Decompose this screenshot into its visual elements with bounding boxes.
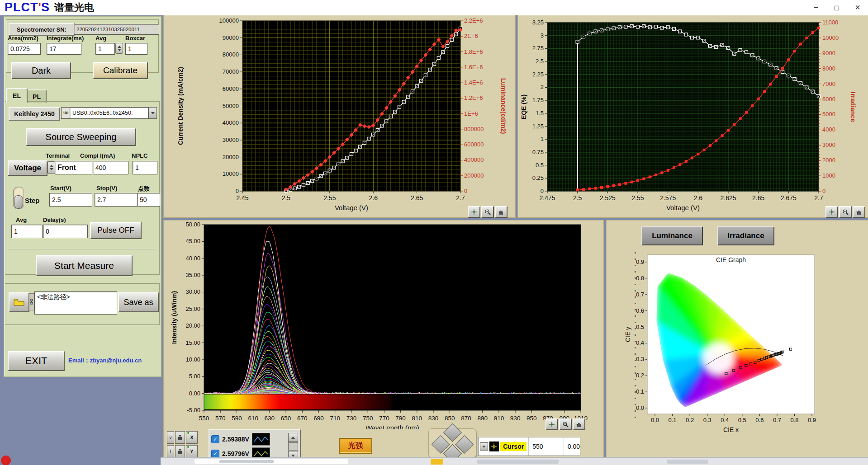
svg-text:2.675: 2.675 bbox=[781, 194, 797, 202]
svg-text:890: 890 bbox=[477, 415, 488, 422]
expand-plus-button[interactable]: + bbox=[480, 442, 488, 451]
cursor-name-cell[interactable]: Cursor bbox=[500, 442, 526, 451]
scroll-thumb[interactable] bbox=[288, 442, 298, 451]
background-window-fragment bbox=[667, 460, 708, 464]
svg-text:750: 750 bbox=[363, 415, 373, 422]
save-as-button[interactable]: Save as bbox=[118, 292, 159, 312]
cursor-y-value[interactable]: 0.00 bbox=[564, 443, 580, 450]
step-toggle-track[interactable] bbox=[13, 187, 24, 209]
pan-tool-button[interactable] bbox=[495, 206, 508, 218]
svg-text:550: 550 bbox=[199, 415, 209, 422]
legend-checkbox[interactable]: ✓ bbox=[211, 450, 219, 458]
zoom-tool-button[interactable] bbox=[559, 418, 572, 430]
stop-field[interactable]: 2.7 bbox=[95, 193, 138, 207]
scroll-up-button[interactable] bbox=[288, 433, 298, 442]
svg-text:4000: 4000 bbox=[822, 126, 835, 133]
svg-text:0.9: 0.9 bbox=[808, 417, 816, 423]
pan-tool-button[interactable] bbox=[573, 418, 585, 430]
svg-text:600000: 600000 bbox=[464, 141, 484, 148]
legend-scrollbar[interactable] bbox=[288, 433, 298, 460]
svg-text:CIE Graph: CIE Graph bbox=[716, 256, 746, 263]
svg-text:0.9: 0.9 bbox=[636, 258, 644, 265]
svg-text:1.6E+6: 1.6E+6 bbox=[464, 64, 483, 70]
tab-pl[interactable]: PL bbox=[27, 89, 47, 103]
svg-text:70000: 70000 bbox=[223, 68, 239, 75]
area-label: Area(mm2) bbox=[8, 35, 38, 42]
source-sweeping-button[interactable]: Source Sweeping bbox=[26, 128, 136, 146]
delay-label: Delay(s) bbox=[43, 216, 66, 223]
step-toggle-knob[interactable] bbox=[14, 195, 23, 209]
boxcar-spinner[interactable] bbox=[115, 43, 123, 54]
legend-checkbox[interactable]: ✓ bbox=[211, 435, 219, 443]
svg-text:0: 0 bbox=[541, 188, 544, 194]
terminal-spinner[interactable] bbox=[47, 161, 55, 174]
svg-text:CIE y: CIE y bbox=[624, 327, 631, 342]
avg-field[interactable]: 1 bbox=[95, 43, 115, 55]
points-field[interactable]: 50 bbox=[137, 193, 160, 207]
x-autoscale-button[interactable]: X bbox=[186, 431, 198, 444]
save-path-field[interactable]: <非法路径> bbox=[34, 291, 117, 315]
irradiance-button[interactable]: Irradiance bbox=[717, 226, 774, 245]
integrate-field[interactable]: 17 bbox=[47, 43, 81, 55]
tab-el[interactable]: EL bbox=[6, 88, 28, 103]
minimize-button[interactable]: – bbox=[806, 0, 826, 14]
visa-combo[interactable]: 1/0 USB0::0x05E6::0x2450: bbox=[61, 107, 157, 119]
v-scale-button[interactable]: v bbox=[167, 431, 174, 444]
intensity-button[interactable]: 光强 bbox=[339, 438, 372, 454]
area-field[interactable]: 0.0725 bbox=[8, 43, 41, 55]
cursor-x-value[interactable]: 550 bbox=[529, 443, 564, 450]
svg-text:0.0: 0.0 bbox=[651, 417, 659, 423]
y-lock-icon[interactable] bbox=[175, 445, 185, 458]
legend-plot-label[interactable]: 2.59796V bbox=[222, 450, 249, 457]
svg-text:0.0: 0.0 bbox=[636, 404, 644, 411]
crosshair-tool-button[interactable] bbox=[545, 418, 558, 430]
cie-graph: CIE Graph0.00.10.20.30.40.50.60.70.80.90… bbox=[607, 221, 868, 440]
svg-text:10000: 10000 bbox=[223, 170, 239, 177]
avg2-field[interactable]: 1 bbox=[11, 225, 43, 238]
start-measure-button[interactable]: Start Measure bbox=[36, 255, 133, 276]
legend-plot-label[interactable]: 2.59388V bbox=[222, 436, 249, 443]
svg-text:2.75: 2.75 bbox=[532, 45, 544, 52]
svg-text:2.7: 2.7 bbox=[456, 194, 465, 202]
nplc-field[interactable]: 1 bbox=[133, 161, 157, 174]
x-lock-icon[interactable] bbox=[175, 431, 185, 444]
step-label: Step bbox=[25, 197, 40, 204]
exit-button[interactable]: EXIT bbox=[8, 351, 65, 371]
pan-tool-button[interactable] bbox=[853, 206, 865, 218]
window-controls: – ▢ × bbox=[806, 0, 868, 14]
visa-address-value[interactable]: USB0::0x05E6::0x2450: bbox=[70, 107, 148, 119]
spectrometer-sn-value[interactable]: 2205202412310325020011 bbox=[74, 24, 159, 35]
calibrate-button[interactable]: Calibrate bbox=[93, 62, 148, 79]
start-field[interactable]: 2.5 bbox=[49, 193, 92, 207]
svg-text:2.475: 2.475 bbox=[539, 194, 555, 202]
svg-text:40000: 40000 bbox=[223, 119, 239, 126]
dark-button[interactable]: Dark bbox=[11, 62, 71, 79]
zoom-tool-button[interactable] bbox=[839, 206, 852, 218]
boxcar-field[interactable]: 1 bbox=[125, 43, 147, 55]
svg-text:0: 0 bbox=[464, 188, 467, 194]
i-scale-button[interactable]: I bbox=[167, 445, 174, 458]
svg-text:730: 730 bbox=[346, 415, 357, 422]
close-button[interactable]: × bbox=[847, 0, 868, 14]
zoom-tool-button[interactable] bbox=[481, 206, 494, 218]
maximize-button[interactable]: ▢ bbox=[826, 0, 847, 14]
svg-text:2.45: 2.45 bbox=[236, 194, 248, 202]
waveform-thumb-icon[interactable] bbox=[252, 433, 270, 446]
delay-field[interactable]: 0 bbox=[43, 225, 88, 238]
crosshair-tool-button[interactable] bbox=[468, 206, 480, 218]
pulse-off-button[interactable]: Pulse OFF bbox=[90, 222, 142, 239]
svg-text:10000: 10000 bbox=[822, 34, 839, 41]
visa-dropdown-arrow[interactable] bbox=[148, 107, 157, 119]
crosshair-tool-button[interactable] bbox=[825, 206, 838, 218]
svg-text:2.6: 2.6 bbox=[369, 194, 378, 202]
compl-field[interactable]: 400 bbox=[93, 161, 128, 174]
cursor-legend: + Cursor 550 0.00 bbox=[478, 437, 580, 456]
luminance-button[interactable]: Luminance bbox=[641, 226, 703, 245]
el-spectrum-chart: 50.0045.0040.0035.0030.0025.0020.0015.00… bbox=[164, 221, 603, 429]
svg-text:590: 590 bbox=[232, 415, 242, 422]
terminal-field[interactable]: Front bbox=[55, 161, 92, 174]
voltage-button[interactable]: Voltage bbox=[8, 160, 47, 176]
browse-folder-button[interactable] bbox=[9, 292, 29, 312]
svg-text:20.00: 20.00 bbox=[185, 322, 200, 329]
y-autoscale-button[interactable]: Y bbox=[186, 445, 198, 458]
